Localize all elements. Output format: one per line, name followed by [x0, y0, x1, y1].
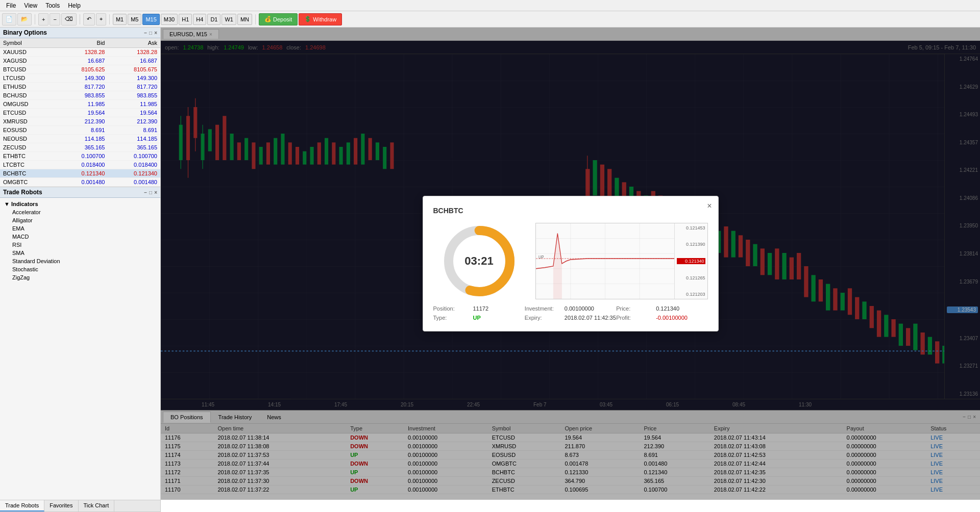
tf-m5[interactable]: M5 — [128, 14, 141, 25]
withdraw-btn[interactable]: 💲 Withdraw — [299, 13, 342, 25]
mini-chart-svg: UP — [536, 223, 674, 299]
indicator-item[interactable]: MACD — [2, 233, 158, 241]
symbol-name: XAUUSD — [0, 48, 56, 57]
tf-d1[interactable]: D1 — [207, 14, 220, 25]
indicator-item[interactable]: SMA — [2, 249, 158, 257]
toolbar: 📄 📂 + − ⌫ ↶ ⌖ M1 M5 M15 M30 H1 H4 D1 W1 … — [0, 11, 980, 28]
tf-m1[interactable]: M1 — [113, 14, 127, 25]
indicator-item[interactable]: RSI — [2, 241, 158, 249]
close-panel-btn[interactable]: × — [154, 30, 157, 36]
tf-w1[interactable]: W1 — [222, 14, 236, 25]
symbol-name: ETCUSD — [0, 109, 56, 117]
withdraw-icon: 💲 — [304, 16, 311, 22]
pin-btn[interactable]: − — [144, 30, 147, 36]
tf-m15[interactable]: M15 — [142, 14, 159, 25]
tf-m30[interactable]: M30 — [161, 14, 178, 25]
symbol-row[interactable]: ETHBTC 0.100700 0.100700 — [0, 152, 160, 161]
symbol-row[interactable]: XAUUSD 1328.28 1328.28 — [0, 48, 160, 57]
expiry-row: Expiry: 2018.02.07 11:42:35 — [525, 315, 616, 321]
crosshair-btn[interactable]: ⌖ — [96, 13, 106, 25]
symbol-name: BCHBTC — [0, 169, 56, 178]
symbol-name: NEOUSD — [0, 135, 56, 143]
indicator-item[interactable]: Accelerator — [2, 208, 158, 216]
menu-tools[interactable]: Tools — [41, 1, 64, 10]
symbol-ask: 8.691 — [108, 126, 160, 135]
tf-mn[interactable]: MN — [237, 14, 252, 25]
new-chart-btn[interactable]: 📄 — [2, 13, 16, 25]
price-row: Price: 0.121340 — [616, 305, 707, 312]
symbol-row[interactable]: NEOUSD 114.185 114.185 — [0, 135, 160, 143]
mini-price-label: 0.121265 — [677, 275, 705, 280]
symbol-row[interactable]: OMGUSD 11.985 11.985 — [0, 100, 160, 109]
open-btn[interactable]: 📂 — [17, 13, 32, 25]
col-symbol: Symbol — [0, 38, 56, 48]
menu-bar: File View Tools Help — [0, 0, 980, 11]
menu-help[interactable]: Help — [64, 1, 85, 10]
modal-info: Position: 11172 Investment: 0.00100000 P… — [433, 305, 708, 321]
tab-trade-robots[interactable]: Trade Robots — [0, 500, 44, 511]
sep4 — [255, 14, 256, 24]
symbol-row[interactable]: LTCBTC 0.018400 0.018400 — [0, 161, 160, 169]
tr-undock-btn[interactable]: □ — [149, 190, 152, 195]
modal-close-btn[interactable]: × — [707, 201, 712, 211]
symbol-row[interactable]: XAGUSD 16.687 16.687 — [0, 57, 160, 65]
indicator-btn[interactable]: ⌫ — [61, 13, 77, 25]
svg-text:UP: UP — [538, 255, 544, 260]
indicator-item[interactable]: Stochastic — [2, 265, 158, 273]
indicator-item[interactable]: ZigZag — [2, 273, 158, 281]
symbol-bid: 1328.28 — [56, 48, 108, 57]
menu-file[interactable]: File — [2, 1, 20, 10]
cursor-btn[interactable]: ↶ — [83, 13, 95, 25]
symbol-name: XAGUSD — [0, 57, 56, 65]
symbol-row[interactable]: XMRUSD 212.390 212.390 — [0, 117, 160, 126]
symbol-row[interactable]: ETHUSD 817.720 817.720 — [0, 83, 160, 91]
tf-h4[interactable]: H4 — [193, 14, 206, 25]
indicators-label: Indicators — [11, 201, 38, 207]
donut-container: 03:21 — [441, 223, 518, 299]
symbol-ask: 817.720 — [108, 83, 160, 91]
symbol-ask: 19.564 — [108, 109, 160, 117]
tab-favorites[interactable]: Favorites — [44, 500, 78, 511]
symbol-bid: 8.691 — [56, 126, 108, 135]
symbol-ask: 0.100700 — [108, 152, 160, 161]
left-panel: Binary Options − □ × Symbol Bid Ask — [0, 28, 161, 512]
symbol-row[interactable]: EOSUSD 8.691 8.691 — [0, 126, 160, 135]
position-row: Position: 11172 — [433, 305, 525, 312]
symbol-bid: 983.855 — [56, 91, 108, 100]
trade-robots-title: Trade Robots — [3, 189, 42, 196]
timer-section: 03:21 — [433, 223, 525, 299]
tr-close-btn[interactable]: × — [154, 190, 157, 195]
tf-h1[interactable]: H1 — [179, 14, 192, 25]
symbol-row[interactable]: ETCUSD 19.564 19.564 — [0, 109, 160, 117]
tab-tick-chart[interactable]: Tick Chart — [79, 500, 115, 511]
timer-text: 03:21 — [464, 254, 493, 268]
symbol-row[interactable]: BCHBTC 0.121340 0.121340 — [0, 169, 160, 178]
symbol-bid: 149.300 — [56, 74, 108, 83]
symbol-bid: 0.001480 — [56, 178, 108, 187]
deposit-btn[interactable]: 💰 Deposit — [259, 13, 298, 25]
symbol-row[interactable]: BCHUSD 983.855 983.855 — [0, 91, 160, 100]
symbol-row[interactable]: ZECUSD 365.165 365.165 — [0, 143, 160, 152]
indicator-item[interactable]: Alligator — [2, 216, 158, 224]
zoom-in-btn[interactable]: + — [38, 13, 48, 25]
indicator-item[interactable]: Standard Deviation — [2, 257, 158, 265]
symbol-row[interactable]: BTCUSD 8105.625 8105.675 — [0, 65, 160, 74]
symbol-bid: 11.985 — [56, 100, 108, 109]
symbol-ask: 212.390 — [108, 117, 160, 126]
tr-pin-btn[interactable]: − — [144, 190, 147, 195]
symbol-name: LTCBTC — [0, 161, 56, 169]
undock-btn[interactable]: □ — [149, 30, 152, 36]
symbol-row[interactable]: OMGBTC 0.001480 0.001480 — [0, 178, 160, 187]
indicators-group[interactable]: ▼ Indicators — [2, 200, 158, 208]
symbol-row[interactable]: LTCUSD 149.300 149.300 — [0, 74, 160, 83]
symbol-bid: 0.100700 — [56, 152, 108, 161]
symbol-ask: 16.687 — [108, 57, 160, 65]
symbol-bid: 365.165 — [56, 143, 108, 152]
symbol-ask: 114.185 — [108, 135, 160, 143]
menu-view[interactable]: View — [20, 1, 41, 10]
zoom-out-btn[interactable]: − — [50, 13, 60, 25]
indicator-item[interactable]: EMA — [2, 224, 158, 233]
symbol-name: ETHUSD — [0, 83, 56, 91]
symbol-scroll[interactable]: Symbol Bid Ask XAUUSD 1328.28 1328.28 XA… — [0, 38, 160, 187]
modal-overlay[interactable]: BCHBTC × 03:21 — [161, 28, 980, 500]
